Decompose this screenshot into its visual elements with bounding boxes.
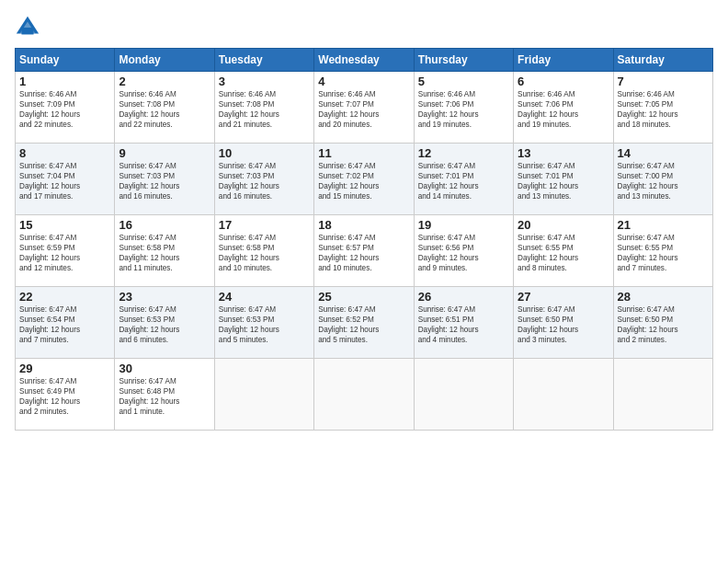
- calendar-cell: 21Sunrise: 6:47 AM Sunset: 6:55 PM Dayli…: [613, 215, 712, 287]
- calendar-cell: 11Sunrise: 6:47 AM Sunset: 7:02 PM Dayli…: [314, 144, 414, 215]
- calendar-cell: 5Sunrise: 6:46 AM Sunset: 7:06 PM Daylig…: [414, 72, 513, 144]
- day-number: 5: [418, 75, 509, 88]
- cell-info: Sunrise: 6:47 AM Sunset: 7:00 PM Dayligh…: [618, 161, 709, 201]
- calendar-cell: [314, 359, 414, 431]
- calendar-cell: 25Sunrise: 6:47 AM Sunset: 6:52 PM Dayli…: [314, 287, 414, 359]
- calendar-cell: 29Sunrise: 6:47 AM Sunset: 6:49 PM Dayli…: [16, 359, 115, 431]
- calendar-cell: 6Sunrise: 6:46 AM Sunset: 7:06 PM Daylig…: [514, 72, 613, 144]
- day-number: 4: [318, 75, 409, 88]
- cell-info: Sunrise: 6:46 AM Sunset: 7:09 PM Dayligh…: [19, 89, 110, 130]
- cell-info: Sunrise: 6:47 AM Sunset: 6:59 PM Dayligh…: [19, 233, 110, 273]
- day-number: 19: [418, 218, 509, 232]
- calendar-cell: 22Sunrise: 6:47 AM Sunset: 6:54 PM Dayli…: [16, 287, 115, 359]
- cell-info: Sunrise: 6:46 AM Sunset: 7:08 PM Dayligh…: [219, 89, 310, 130]
- calendar-cell: 13Sunrise: 6:47 AM Sunset: 7:01 PM Dayli…: [514, 144, 613, 215]
- calendar-header-friday: Friday: [514, 49, 613, 72]
- day-number: 2: [119, 75, 210, 88]
- header: [15, 15, 713, 40]
- calendar-header-monday: Monday: [115, 49, 214, 72]
- calendar-header-sunday: Sunday: [16, 49, 115, 72]
- calendar-cell: 8Sunrise: 6:47 AM Sunset: 7:04 PM Daylig…: [16, 144, 115, 215]
- cell-info: Sunrise: 6:47 AM Sunset: 7:03 PM Dayligh…: [119, 161, 210, 201]
- calendar-cell: [214, 359, 313, 431]
- day-number: 18: [318, 218, 409, 232]
- calendar-cell: 30Sunrise: 6:47 AM Sunset: 6:48 PM Dayli…: [115, 359, 214, 431]
- cell-info: Sunrise: 6:46 AM Sunset: 7:08 PM Dayligh…: [119, 89, 210, 130]
- day-number: 22: [19, 290, 110, 304]
- day-number: 24: [219, 290, 310, 304]
- calendar-cell: 17Sunrise: 6:47 AM Sunset: 6:58 PM Dayli…: [214, 215, 313, 287]
- cell-info: Sunrise: 6:47 AM Sunset: 7:01 PM Dayligh…: [518, 161, 609, 201]
- page: SundayMondayTuesdayWednesdayThursdayFrid…: [0, 0, 728, 563]
- calendar-cell: 10Sunrise: 6:47 AM Sunset: 7:03 PM Dayli…: [214, 144, 313, 215]
- cell-info: Sunrise: 6:46 AM Sunset: 7:05 PM Dayligh…: [618, 89, 709, 130]
- calendar-header-saturday: Saturday: [613, 49, 712, 72]
- calendar-cell: [414, 359, 513, 431]
- day-number: 9: [119, 146, 210, 160]
- calendar-cell: 27Sunrise: 6:47 AM Sunset: 6:50 PM Dayli…: [514, 287, 613, 359]
- cell-info: Sunrise: 6:47 AM Sunset: 6:52 PM Dayligh…: [318, 304, 409, 345]
- cell-info: Sunrise: 6:47 AM Sunset: 6:51 PM Dayligh…: [418, 304, 509, 345]
- day-number: 23: [119, 290, 210, 304]
- cell-info: Sunrise: 6:47 AM Sunset: 6:53 PM Dayligh…: [119, 304, 210, 345]
- day-number: 27: [518, 290, 609, 304]
- svg-rect-2: [21, 28, 33, 34]
- calendar-cell: [514, 359, 613, 431]
- calendar-cell: 14Sunrise: 6:47 AM Sunset: 7:00 PM Dayli…: [613, 144, 712, 215]
- calendar-cell: 2Sunrise: 6:46 AM Sunset: 7:08 PM Daylig…: [115, 72, 214, 144]
- day-number: 3: [219, 75, 310, 88]
- cell-info: Sunrise: 6:47 AM Sunset: 6:55 PM Dayligh…: [518, 233, 609, 273]
- calendar-cell: 15Sunrise: 6:47 AM Sunset: 6:59 PM Dayli…: [16, 215, 115, 287]
- day-number: 30: [119, 362, 210, 375]
- calendar-week-row: 22Sunrise: 6:47 AM Sunset: 6:54 PM Dayli…: [16, 287, 713, 359]
- cell-info: Sunrise: 6:46 AM Sunset: 7:06 PM Dayligh…: [418, 89, 509, 130]
- cell-info: Sunrise: 6:47 AM Sunset: 6:50 PM Dayligh…: [618, 304, 709, 345]
- cell-info: Sunrise: 6:46 AM Sunset: 7:06 PM Dayligh…: [518, 89, 609, 130]
- day-number: 21: [618, 218, 709, 232]
- calendar-header-wednesday: Wednesday: [314, 49, 414, 72]
- cell-info: Sunrise: 6:47 AM Sunset: 7:04 PM Dayligh…: [19, 161, 110, 201]
- day-number: 8: [19, 146, 110, 160]
- day-number: 14: [618, 146, 709, 160]
- calendar-table: SundayMondayTuesdayWednesdayThursdayFrid…: [15, 48, 713, 431]
- calendar-cell: 20Sunrise: 6:47 AM Sunset: 6:55 PM Dayli…: [514, 215, 613, 287]
- calendar-cell: 28Sunrise: 6:47 AM Sunset: 6:50 PM Dayli…: [613, 287, 712, 359]
- day-number: 6: [518, 75, 609, 88]
- cell-info: Sunrise: 6:47 AM Sunset: 7:02 PM Dayligh…: [318, 161, 409, 201]
- calendar-cell: 19Sunrise: 6:47 AM Sunset: 6:56 PM Dayli…: [414, 215, 513, 287]
- logo-icon: [15, 15, 40, 40]
- calendar-header-tuesday: Tuesday: [214, 49, 313, 72]
- calendar-week-row: 8Sunrise: 6:47 AM Sunset: 7:04 PM Daylig…: [16, 144, 713, 215]
- day-number: 29: [19, 362, 110, 375]
- calendar-cell: 9Sunrise: 6:47 AM Sunset: 7:03 PM Daylig…: [115, 144, 214, 215]
- day-number: 17: [219, 218, 310, 232]
- cell-info: Sunrise: 6:47 AM Sunset: 7:03 PM Dayligh…: [219, 161, 310, 201]
- cell-info: Sunrise: 6:47 AM Sunset: 6:48 PM Dayligh…: [119, 376, 210, 417]
- calendar-header-thursday: Thursday: [414, 49, 513, 72]
- day-number: 1: [19, 75, 110, 88]
- cell-info: Sunrise: 6:47 AM Sunset: 6:58 PM Dayligh…: [119, 233, 210, 273]
- calendar-cell: 12Sunrise: 6:47 AM Sunset: 7:01 PM Dayli…: [414, 144, 513, 215]
- day-number: 11: [318, 146, 409, 160]
- day-number: 20: [518, 218, 609, 232]
- cell-info: Sunrise: 6:47 AM Sunset: 7:01 PM Dayligh…: [418, 161, 509, 201]
- calendar-cell: 23Sunrise: 6:47 AM Sunset: 6:53 PM Dayli…: [115, 287, 214, 359]
- calendar-cell: 7Sunrise: 6:46 AM Sunset: 7:05 PM Daylig…: [613, 72, 712, 144]
- calendar-cell: 18Sunrise: 6:47 AM Sunset: 6:57 PM Dayli…: [314, 215, 414, 287]
- cell-info: Sunrise: 6:47 AM Sunset: 6:58 PM Dayligh…: [219, 233, 310, 273]
- day-number: 12: [418, 146, 509, 160]
- cell-info: Sunrise: 6:47 AM Sunset: 6:55 PM Dayligh…: [618, 233, 709, 273]
- calendar-cell: 4Sunrise: 6:46 AM Sunset: 7:07 PM Daylig…: [314, 72, 414, 144]
- day-number: 10: [219, 146, 310, 160]
- day-number: 13: [518, 146, 609, 160]
- cell-info: Sunrise: 6:47 AM Sunset: 6:50 PM Dayligh…: [518, 304, 609, 345]
- calendar-cell: [613, 359, 712, 431]
- calendar-week-row: 29Sunrise: 6:47 AM Sunset: 6:49 PM Dayli…: [16, 359, 713, 431]
- cell-info: Sunrise: 6:47 AM Sunset: 6:57 PM Dayligh…: [318, 233, 409, 273]
- cell-info: Sunrise: 6:47 AM Sunset: 6:49 PM Dayligh…: [19, 376, 110, 417]
- cell-info: Sunrise: 6:47 AM Sunset: 6:56 PM Dayligh…: [418, 233, 509, 273]
- day-number: 25: [318, 290, 409, 304]
- calendar-header-row: SundayMondayTuesdayWednesdayThursdayFrid…: [16, 49, 713, 72]
- calendar-cell: 16Sunrise: 6:47 AM Sunset: 6:58 PM Dayli…: [115, 215, 214, 287]
- calendar-cell: 26Sunrise: 6:47 AM Sunset: 6:51 PM Dayli…: [414, 287, 513, 359]
